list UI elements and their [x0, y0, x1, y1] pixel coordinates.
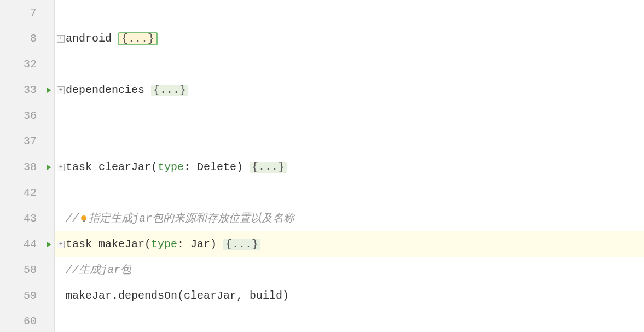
line-number: 44 [24, 239, 37, 250]
line-number: 38 [24, 162, 37, 173]
gutter-row: 8 [0, 26, 54, 51]
gutter-row: 58 [0, 257, 54, 283]
line-number: 36 [24, 110, 37, 121]
comment-text: // [66, 265, 79, 276]
code-line[interactable] [55, 0, 644, 26]
code-line[interactable]: + task clearJar(type: Delete) {...} [55, 154, 644, 180]
code-line[interactable]: + android {...} [55, 26, 644, 51]
run-gutter-icon[interactable] [44, 86, 53, 95]
line-number: 32 [24, 59, 37, 70]
folded-region[interactable]: {...} [118, 32, 158, 45]
code-identifier: android [66, 33, 118, 44]
code-text: makeJar.dependsOn(clearJar, build) [66, 290, 289, 301]
code-text: : Jar) [177, 239, 223, 250]
line-number: 60 [24, 316, 37, 327]
code-line[interactable] [55, 103, 644, 129]
run-gutter-icon[interactable] [44, 240, 53, 249]
code-line[interactable]: //生成jar包 [55, 257, 644, 283]
code-text: task clearJar( [66, 162, 158, 173]
code-area[interactable]: + android {...} + dependencies {...} + t [55, 0, 644, 332]
gutter-row: 38 [0, 154, 54, 180]
line-number: 37 [24, 136, 37, 147]
gutter: 7 8 32 33 36 37 38 42 43 [0, 0, 55, 332]
gutter-row: 44 [0, 231, 54, 257]
gutter-row: 7 [0, 0, 54, 26]
code-editor: 7 8 32 33 36 37 38 42 43 [0, 0, 644, 332]
fold-expand-icon[interactable]: + [57, 241, 65, 248]
fold-expand-icon[interactable]: + [57, 164, 65, 171]
code-keyword: type [158, 162, 184, 173]
line-number: 42 [24, 188, 37, 199]
svg-rect-1 [83, 220, 85, 222]
line-number: 58 [24, 265, 37, 276]
svg-point-0 [81, 215, 86, 221]
comment-text: 指定生成jar包的来源和存放位置以及名称 [89, 213, 294, 224]
gutter-row: 36 [0, 103, 54, 129]
code-line-current[interactable]: + task makeJar(type: Jar) {...} [55, 231, 644, 257]
code-text: : Delete) [184, 162, 250, 173]
code-keyword: type [151, 239, 177, 250]
line-number: 8 [30, 33, 37, 44]
line-number: 7 [30, 8, 37, 19]
comment-text: 生成jar包 [79, 265, 131, 276]
line-number: 43 [24, 213, 37, 224]
fold-expand-icon[interactable]: + [57, 86, 65, 94]
intention-bulb-icon[interactable] [79, 214, 88, 223]
gutter-row: 37 [0, 129, 54, 154]
line-number: 33 [24, 85, 37, 96]
code-line[interactable]: // 指定生成jar包的来源和存放位置以及名称 [55, 206, 644, 231]
comment-text: // [66, 213, 79, 224]
fold-expand-icon[interactable]: + [57, 35, 65, 43]
folded-region[interactable]: {...} [250, 162, 287, 173]
gutter-row: 33 [0, 77, 54, 103]
gutter-row: 42 [0, 180, 54, 206]
code-line[interactable] [55, 129, 644, 154]
code-line[interactable] [55, 308, 644, 332]
gutter-row: 32 [0, 51, 54, 77]
code-line[interactable] [55, 51, 644, 77]
gutter-row: 43 [0, 206, 54, 231]
gutter-row: 60 [0, 308, 54, 332]
run-gutter-icon[interactable] [44, 163, 53, 172]
folded-region[interactable]: {...} [223, 239, 260, 250]
gutter-row: 59 [0, 283, 54, 308]
code-text: task makeJar( [66, 239, 151, 250]
line-number: 59 [24, 290, 37, 301]
code-identifier: dependencies [66, 85, 151, 96]
code-line[interactable] [55, 180, 644, 206]
code-line[interactable]: makeJar.dependsOn(clearJar, build) [55, 283, 644, 308]
folded-region[interactable]: {...} [151, 85, 188, 96]
code-line[interactable]: + dependencies {...} [55, 77, 644, 103]
